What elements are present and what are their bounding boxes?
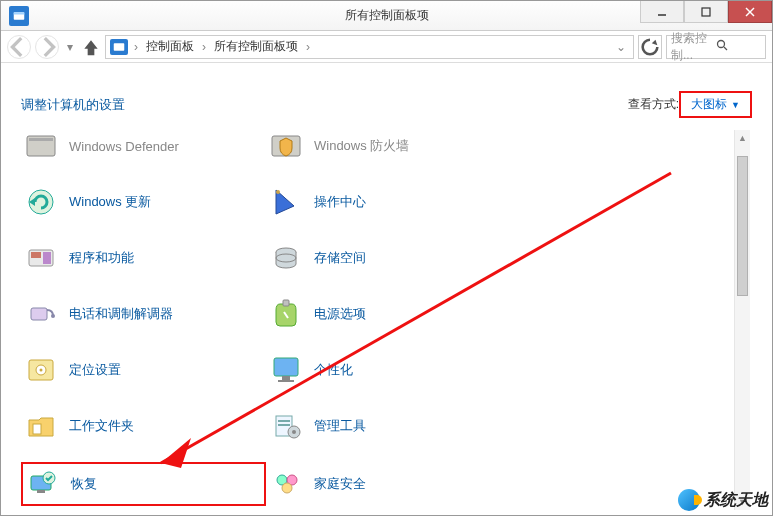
control-panel-item[interactable]: Windows 防火墙	[266, 130, 511, 166]
search-icon	[716, 39, 761, 54]
view-mode-select[interactable]: 大图标 ▼	[685, 94, 746, 115]
item-label: 电源选项	[314, 305, 366, 323]
item-icon	[23, 296, 59, 332]
item-label: 定位设置	[69, 361, 121, 379]
item-label: 个性化	[314, 361, 353, 379]
control-panel-item[interactable]: 程序和功能	[21, 238, 266, 278]
svg-rect-36	[37, 490, 45, 493]
item-icon	[268, 130, 304, 164]
breadcrumb-root[interactable]: 控制面板	[144, 36, 196, 57]
item-label: 管理工具	[314, 417, 366, 435]
page-heading: 调整计算机的设置	[21, 96, 125, 114]
item-label: 工作文件夹	[69, 417, 134, 435]
svg-rect-28	[278, 380, 294, 382]
control-panel-item[interactable]: 操作中心	[266, 182, 511, 222]
svg-rect-31	[278, 420, 290, 422]
item-label: 恢复	[71, 475, 97, 493]
item-label: Windows Defender	[69, 139, 179, 154]
item-icon	[23, 408, 59, 444]
svg-rect-10	[29, 138, 53, 141]
svg-rect-26	[274, 358, 298, 376]
control-panel-item[interactable]: 管理工具	[266, 406, 511, 446]
control-panel-item[interactable]: 存储空间	[266, 238, 511, 278]
svg-rect-1	[14, 12, 25, 14]
breadcrumb-current[interactable]: 所有控制面板项	[212, 36, 300, 57]
svg-rect-32	[278, 424, 290, 426]
watermark-logo-icon	[678, 489, 700, 511]
breadcrumb[interactable]: › 控制面板 › 所有控制面板项 › ⌄	[105, 35, 634, 59]
view-mode-value: 大图标	[691, 96, 727, 113]
chevron-right-icon: ›	[200, 40, 208, 54]
svg-point-25	[40, 369, 43, 372]
item-icon	[268, 408, 304, 444]
maximize-button[interactable]	[684, 1, 728, 23]
view-mode-label: 查看方式:	[628, 96, 679, 113]
search-placeholder: 搜索控制...	[671, 30, 716, 64]
control-panel-item[interactable]: Windows 更新	[21, 182, 266, 222]
svg-rect-20	[31, 308, 47, 320]
window-controls	[640, 1, 772, 30]
address-bar: ▾ › 控制面板 › 所有控制面板项 › ⌄ 搜索控制...	[1, 31, 772, 63]
svg-rect-29	[33, 424, 41, 434]
minimize-button[interactable]	[640, 1, 684, 23]
chevron-down-icon: ▼	[731, 100, 740, 110]
item-icon	[23, 352, 59, 388]
path-dropdown-icon[interactable]: ⌄	[613, 40, 629, 54]
item-label: Windows 更新	[69, 193, 151, 211]
nav-up-button[interactable]	[81, 37, 101, 57]
watermark: 系统天地	[678, 489, 768, 511]
item-label: 家庭安全	[314, 475, 366, 493]
items-panel: Windows DefenderWindows 防火墙Windows 更新操作中…	[21, 130, 752, 510]
item-icon	[23, 240, 59, 276]
control-panel-item[interactable]: 家庭安全	[266, 462, 511, 506]
watermark-text: 系统天地	[704, 490, 768, 511]
item-label: 操作中心	[314, 193, 366, 211]
item-label: 电话和调制解调器	[69, 305, 173, 323]
svg-point-40	[282, 483, 292, 493]
scroll-thumb[interactable]	[737, 156, 748, 296]
chevron-right-icon: ›	[132, 40, 140, 54]
item-label: 存储空间	[314, 249, 366, 267]
search-input[interactable]: 搜索控制...	[666, 35, 766, 59]
svg-rect-3	[702, 8, 710, 16]
svg-point-14	[276, 190, 280, 194]
control-panel-path-icon	[110, 39, 128, 55]
control-panel-icon	[9, 6, 29, 26]
titlebar: 所有控制面板项	[1, 1, 772, 31]
view-mode-highlight: 大图标 ▼	[679, 91, 752, 118]
control-panel-item[interactable]: 工作文件夹	[21, 406, 266, 446]
item-icon	[23, 184, 59, 220]
chevron-right-icon: ›	[304, 40, 312, 54]
control-panel-item[interactable]: 个性化	[266, 350, 511, 390]
close-button[interactable]	[728, 1, 772, 23]
nav-back-button[interactable]	[7, 35, 31, 59]
vertical-scrollbar[interactable]: ▲ ▼	[734, 130, 750, 510]
control-panel-item[interactable]: 定位设置	[21, 350, 266, 390]
control-panel-item[interactable]: 电话和调制解调器	[21, 294, 266, 334]
item-icon	[268, 184, 304, 220]
control-panel-item[interactable]: Windows Defender	[21, 130, 266, 166]
scroll-up-button[interactable]: ▲	[735, 130, 750, 146]
item-label: Windows 防火墙	[314, 137, 409, 155]
nav-history-dropdown[interactable]: ▾	[63, 40, 77, 54]
svg-point-7	[718, 41, 725, 48]
item-icon	[268, 240, 304, 276]
item-icon	[23, 130, 59, 164]
svg-point-34	[292, 430, 296, 434]
item-label: 程序和功能	[69, 249, 134, 267]
svg-point-21	[51, 314, 55, 318]
svg-rect-17	[43, 252, 51, 264]
item-icon	[25, 466, 61, 502]
control-panel-item[interactable]: 电源选项	[266, 294, 511, 334]
item-icon	[268, 466, 304, 502]
item-icon	[268, 352, 304, 388]
item-icon	[268, 296, 304, 332]
scroll-track[interactable]	[735, 146, 750, 494]
svg-rect-16	[31, 252, 41, 258]
items-grid: Windows DefenderWindows 防火墙Windows 更新操作中…	[21, 130, 752, 510]
content-area: 调整计算机的设置 查看方式: 大图标 ▼ Windows DefenderWin…	[1, 63, 772, 515]
nav-forward-button[interactable]	[35, 35, 59, 59]
control-panel-item[interactable]: 恢复	[21, 462, 266, 506]
refresh-button[interactable]	[638, 35, 662, 59]
svg-rect-27	[282, 376, 290, 380]
